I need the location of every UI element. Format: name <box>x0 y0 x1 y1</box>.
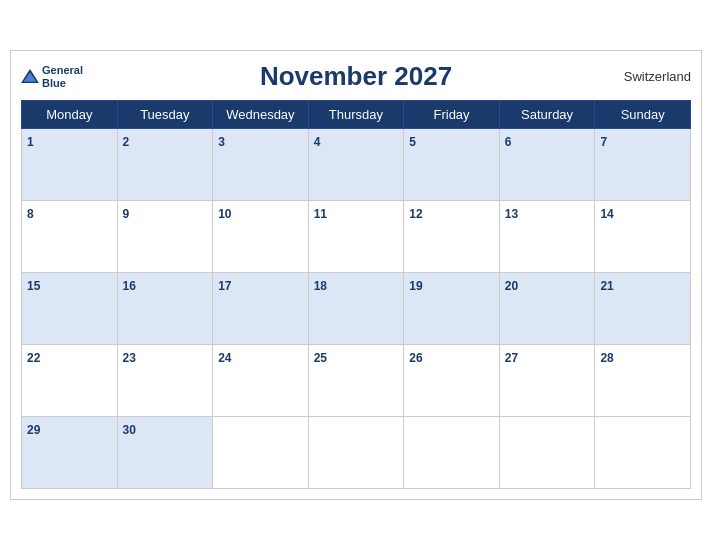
day-cell-24: 24 <box>213 345 309 417</box>
day-number-27: 27 <box>505 351 518 365</box>
day-cell-23: 23 <box>117 345 213 417</box>
header-monday: Monday <box>22 101 118 129</box>
day-cell-10: 10 <box>213 201 309 273</box>
logo-blue-text: Blue <box>42 77 83 89</box>
weekday-header-row: Monday Tuesday Wednesday Thursday Friday… <box>22 101 691 129</box>
header-thursday: Thursday <box>308 101 404 129</box>
day-cell-18: 18 <box>308 273 404 345</box>
calendar-table: Monday Tuesday Wednesday Thursday Friday… <box>21 100 691 489</box>
day-cell-2: 2 <box>117 129 213 201</box>
empty-cell <box>404 417 500 489</box>
day-number-17: 17 <box>218 279 231 293</box>
day-cell-11: 11 <box>308 201 404 273</box>
day-number-16: 16 <box>123 279 136 293</box>
day-cell-1: 1 <box>22 129 118 201</box>
day-number-13: 13 <box>505 207 518 221</box>
header-sunday: Sunday <box>595 101 691 129</box>
day-number-9: 9 <box>123 207 130 221</box>
day-number-28: 28 <box>600 351 613 365</box>
month-year-title: November 2027 <box>260 61 452 92</box>
header-friday: Friday <box>404 101 500 129</box>
calendar-week-row: 15161718192021 <box>22 273 691 345</box>
empty-cell <box>499 417 595 489</box>
calendar-header: General Blue November 2027 Switzerland <box>21 61 691 92</box>
day-number-6: 6 <box>505 135 512 149</box>
day-number-1: 1 <box>27 135 34 149</box>
day-number-23: 23 <box>123 351 136 365</box>
empty-cell <box>213 417 309 489</box>
calendar-week-row: 1234567 <box>22 129 691 201</box>
day-number-29: 29 <box>27 423 40 437</box>
header-wednesday: Wednesday <box>213 101 309 129</box>
day-cell-9: 9 <box>117 201 213 273</box>
day-number-20: 20 <box>505 279 518 293</box>
day-number-7: 7 <box>600 135 607 149</box>
day-cell-27: 27 <box>499 345 595 417</box>
calendar-body: 1234567891011121314151617181920212223242… <box>22 129 691 489</box>
day-cell-26: 26 <box>404 345 500 417</box>
day-number-24: 24 <box>218 351 231 365</box>
empty-cell <box>308 417 404 489</box>
day-number-26: 26 <box>409 351 422 365</box>
calendar-container: General Blue November 2027 Switzerland M… <box>10 50 702 500</box>
day-number-2: 2 <box>123 135 130 149</box>
day-cell-14: 14 <box>595 201 691 273</box>
calendar-week-row: 891011121314 <box>22 201 691 273</box>
country-label: Switzerland <box>624 69 691 84</box>
empty-cell <box>595 417 691 489</box>
day-number-12: 12 <box>409 207 422 221</box>
day-cell-28: 28 <box>595 345 691 417</box>
logo-general-text: General <box>42 64 83 76</box>
day-number-11: 11 <box>314 207 327 221</box>
day-cell-4: 4 <box>308 129 404 201</box>
day-cell-19: 19 <box>404 273 500 345</box>
day-cell-30: 30 <box>117 417 213 489</box>
day-number-5: 5 <box>409 135 416 149</box>
day-number-21: 21 <box>600 279 613 293</box>
day-number-18: 18 <box>314 279 327 293</box>
day-cell-21: 21 <box>595 273 691 345</box>
day-cell-3: 3 <box>213 129 309 201</box>
header-saturday: Saturday <box>499 101 595 129</box>
day-cell-20: 20 <box>499 273 595 345</box>
day-number-8: 8 <box>27 207 34 221</box>
day-cell-7: 7 <box>595 129 691 201</box>
day-cell-6: 6 <box>499 129 595 201</box>
day-number-3: 3 <box>218 135 225 149</box>
day-cell-15: 15 <box>22 273 118 345</box>
day-cell-25: 25 <box>308 345 404 417</box>
day-cell-22: 22 <box>22 345 118 417</box>
calendar-week-row: 22232425262728 <box>22 345 691 417</box>
day-cell-17: 17 <box>213 273 309 345</box>
calendar-week-row: 2930 <box>22 417 691 489</box>
day-number-10: 10 <box>218 207 231 221</box>
day-number-25: 25 <box>314 351 327 365</box>
logo-area: General Blue <box>21 64 83 88</box>
day-number-22: 22 <box>27 351 40 365</box>
day-number-19: 19 <box>409 279 422 293</box>
day-cell-13: 13 <box>499 201 595 273</box>
day-number-30: 30 <box>123 423 136 437</box>
header-tuesday: Tuesday <box>117 101 213 129</box>
day-cell-5: 5 <box>404 129 500 201</box>
day-number-4: 4 <box>314 135 321 149</box>
day-number-15: 15 <box>27 279 40 293</box>
day-cell-16: 16 <box>117 273 213 345</box>
day-cell-12: 12 <box>404 201 500 273</box>
day-cell-8: 8 <box>22 201 118 273</box>
day-cell-29: 29 <box>22 417 118 489</box>
day-number-14: 14 <box>600 207 613 221</box>
general-blue-logo-icon <box>21 69 39 83</box>
